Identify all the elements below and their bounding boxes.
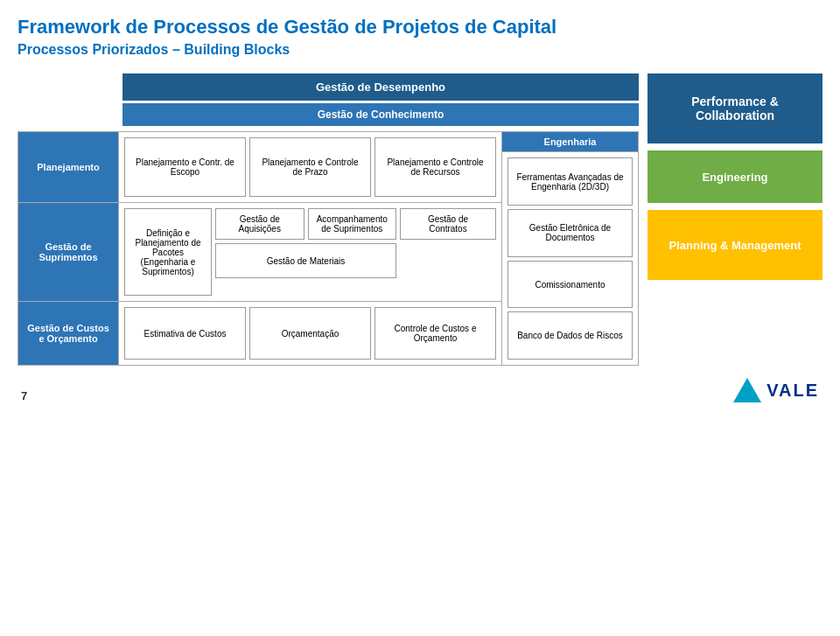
right-panel: Performance & Collaboration Engineering …	[648, 73, 822, 366]
engenharia-section: Engenharia Ferramentas Avançadas de Enge…	[502, 132, 638, 365]
custos-content: Estimativa de Custos Orçamentação Contro…	[119, 302, 502, 365]
engineering-box: Engineering	[648, 150, 822, 203]
custos-row: Gestão de Custos e Orçamento Estimativa …	[18, 302, 502, 365]
custos-label: Gestão de Custos e Orçamento	[18, 302, 119, 365]
engenharia-comissionamento-box: Comissionamento	[508, 261, 633, 309]
suprimentos-aquisicoes-box: Gestão de Aquisições	[215, 208, 304, 240]
performance-box: Performance & Collaboration	[648, 73, 822, 143]
content-area: Gestão de Desempenho Gestão de Conhecime…	[18, 73, 822, 366]
vale-text: VALE	[766, 381, 819, 401]
planejamento-box-2: Planejamento e Controle de Prazo	[249, 137, 371, 197]
conhecimento-bar: Gestão de Conhecimento	[122, 103, 639, 126]
planejamento-box-3: Planejamento e Controle de Recursos	[374, 137, 496, 197]
custos-controle-box: Controle de Custos e Orçamento	[374, 307, 496, 360]
planning-box: Planning & Management	[648, 210, 822, 280]
framework-body: Planejamento Planejamento e Contr. de Es…	[18, 131, 639, 366]
page: Framework de Processos de Gestão de Proj…	[0, 0, 840, 636]
suprimentos-row: Gestão de Suprimentos Definição e Planej…	[18, 203, 502, 302]
custos-orcamentacao-box: Orçamentação	[249, 307, 371, 360]
sub-title: Processos Priorizados – Building Blocks	[18, 42, 822, 58]
main-title: Framework de Processos de Gestão de Proj…	[18, 16, 822, 38]
suprimentos-definicao-box: Definição e Planejamento de Pacotes (Eng…	[124, 208, 212, 296]
bottom-row: 7 VALE	[18, 378, 822, 402]
planejamento-boxes: Planejamento e Contr. de Escopo Planejam…	[119, 132, 502, 202]
suprimentos-acompanhamento-box: Acompanhamento de Suprimentos	[308, 208, 397, 240]
suprimentos-materiais-box: Gestão de Materiais	[215, 243, 396, 278]
page-number: 7	[21, 389, 27, 402]
planejamento-box-1: Planejamento e Contr. de Escopo	[124, 137, 246, 197]
suprimentos-contratos-box: Gestão de Contratos	[400, 208, 496, 240]
planejamento-label: Planejamento	[18, 132, 119, 202]
suprimentos-middle: Gestão de Aquisições Acompanhamento de S…	[215, 208, 396, 278]
engenharia-ferramentas-box: Ferramentas Avançadas de Engenharia (2D/…	[508, 157, 633, 206]
engenharia-header: Engenharia	[502, 132, 638, 152]
engenharia-banco-dados-box: Banco de Dados de Riscos	[508, 311, 633, 360]
engenharia-gestao-eletronica-box: Gestão Eletrônica de Documentos	[508, 209, 633, 257]
vale-logo: VALE	[733, 378, 819, 402]
vale-triangle-icon	[733, 378, 761, 402]
suprimentos-content: Definição e Planejamento de Pacotes (Eng…	[119, 203, 502, 301]
left-section: Planejamento Planejamento e Contr. de Es…	[18, 132, 502, 365]
desempenho-bar: Gestão de Desempenho	[122, 73, 639, 101]
planejamento-row: Planejamento Planejamento e Contr. de Es…	[18, 132, 502, 203]
custos-estimativa-box: Estimativa de Custos	[124, 307, 246, 360]
engenharia-boxes: Ferramentas Avançadas de Engenharia (2D/…	[502, 152, 638, 365]
main-framework: Gestão de Desempenho Gestão de Conhecime…	[18, 73, 639, 366]
suprimentos-label: Gestão de Suprimentos	[18, 203, 119, 301]
header-bars: Gestão de Desempenho Gestão de Conhecime…	[18, 73, 639, 126]
